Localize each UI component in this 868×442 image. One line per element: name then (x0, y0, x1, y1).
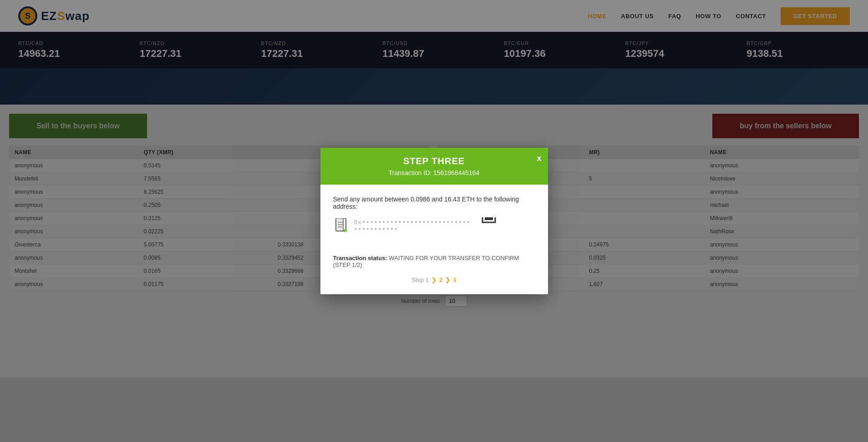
transaction-status: Transaction status: WAITING FOR YOUR TRA… (333, 247, 535, 268)
arrow2: ❯ (445, 276, 450, 283)
transaction-id-value: 1561968445164 (433, 169, 479, 176)
modal-body: Send any amount between 0.0986 and 16.43… (320, 185, 548, 294)
svg-rect-9 (485, 217, 493, 220)
modal-instruction: Send any amount between 0.0986 and 16.43… (333, 196, 535, 210)
qr-code (481, 217, 535, 224)
address-row: ✓ 0x••••••••••••••••••••••••••••••••••••… (333, 217, 472, 234)
wallet-address: 0x•••••••••••••••••••••••••••••••••••••• (354, 219, 472, 232)
transaction-id-label: Transaction ID: (389, 169, 433, 176)
step1: Step 1 (411, 276, 429, 283)
steps-row: Step 1 ❯ 2 ❯ 3 (333, 276, 535, 283)
step3: 3 (453, 276, 456, 283)
status-label: Transaction status: (333, 255, 389, 261)
modal-header: STEP THREE Transaction ID: 1561968445164… (320, 148, 548, 185)
svg-text:✓: ✓ (344, 230, 346, 232)
svg-rect-53 (338, 226, 342, 227)
modal: STEP THREE Transaction ID: 1561968445164… (320, 148, 548, 294)
modal-overlay: STEP THREE Transaction ID: 1561968445164… (0, 0, 868, 377)
svg-rect-52 (338, 224, 344, 225)
step2: 2 (439, 276, 442, 283)
svg-rect-51 (338, 222, 344, 223)
arrow1: ❯ (431, 276, 437, 283)
modal-close-button[interactable]: x (537, 154, 541, 162)
modal-subtitle: Transaction ID: 1561968445164 (330, 169, 539, 176)
qr-svg (481, 217, 535, 224)
modal-title: STEP THREE (330, 156, 539, 166)
document-icon: ✓ (333, 217, 350, 234)
